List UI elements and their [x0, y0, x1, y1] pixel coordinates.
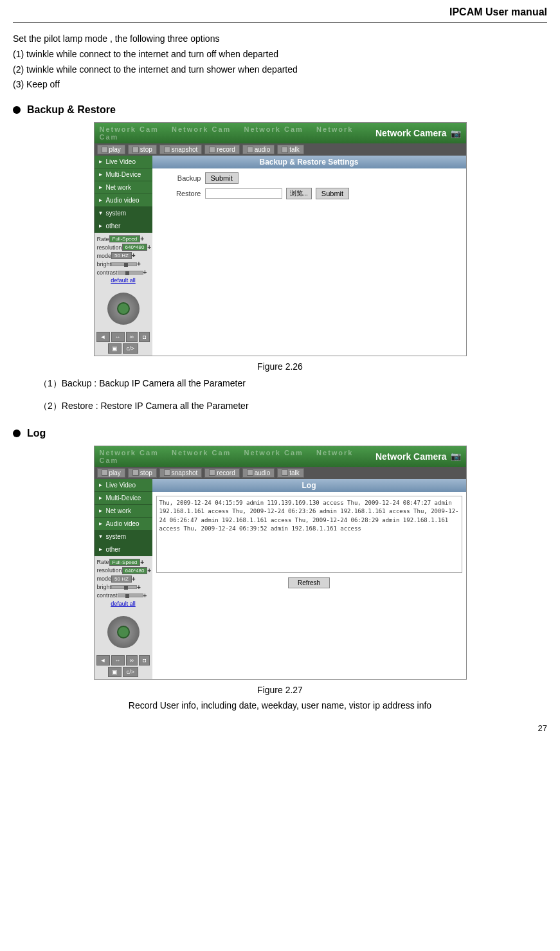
ptz-control-1[interactable]: [107, 293, 140, 325]
ptz-control-2[interactable]: [107, 616, 140, 648]
intro-line2: (2) twinkle while connect to the interne…: [13, 62, 547, 78]
ctrl-contrast-row-1: contrast +: [97, 269, 150, 276]
backup-submit-btn[interactable]: Submit: [205, 172, 239, 184]
contrast-slider-1[interactable]: [118, 271, 143, 275]
mode-label-2: mode: [97, 575, 112, 582]
default-all-link-2[interactable]: default all: [97, 601, 150, 607]
bright-slider-2[interactable]: [111, 585, 137, 589]
mode-val-2: 50 HZ: [111, 575, 132, 583]
restore-browse-btn[interactable]: 浏览...: [286, 188, 312, 199]
stop-btn-2[interactable]: stop: [128, 468, 157, 478]
record-btn-1[interactable]: record: [204, 145, 239, 154]
sidebar-item-audiovideo-1[interactable]: ► Audio video: [95, 194, 152, 207]
arrow-icon: ►: [98, 521, 104, 527]
cam-main-1: Backup & Restore Settings Backup Submit …: [152, 156, 466, 356]
contrast-slider-2[interactable]: [118, 593, 143, 597]
ptz-inner-1: [117, 302, 130, 315]
sidebar-item-system-2[interactable]: ▼ system: [95, 530, 152, 543]
sidebar-btn-rec-2[interactable]: ◘: [139, 655, 150, 666]
mode-plus-2[interactable]: +: [132, 575, 136, 583]
res-plus-2[interactable]: +: [147, 567, 151, 574]
record-btn-2[interactable]: record: [204, 468, 239, 478]
bright-plus-2[interactable]: +: [137, 584, 141, 591]
mode-plus-1[interactable]: +: [132, 252, 136, 259]
ctrl-bright-row-1: bright +: [97, 260, 150, 267]
intro-line0: Set the pilot lamp mode , the following …: [13, 32, 547, 47]
cam-body-2: ► Live Video ► Multi-Device ► Net work ►…: [95, 479, 466, 679]
audio-btn-1[interactable]: audio: [242, 145, 275, 154]
ptz-area-1: [95, 287, 152, 330]
res-plus-1[interactable]: +: [147, 244, 151, 251]
refresh-btn[interactable]: Refresh: [288, 577, 330, 588]
sidebar-item-system-1[interactable]: ▼ system: [95, 207, 152, 220]
sidebar-item-other-2[interactable]: ► other: [95, 543, 152, 556]
sidebar-btn-left-2[interactable]: ◄: [96, 655, 110, 666]
cam-main-2: Log Thu, 2009-12-24 04:15:59 admin 119.1…: [152, 479, 466, 679]
bright-label-1: bright: [97, 261, 112, 267]
sidebar-btn-left-1[interactable]: ◄: [96, 332, 110, 342]
talk-btn-2[interactable]: talk: [277, 468, 304, 478]
restore-submit-btn[interactable]: Submit: [316, 188, 349, 199]
ptz-area-2: [95, 611, 152, 653]
sidebar-item-network-1[interactable]: ► Net work: [95, 181, 152, 194]
snapshot-btn-1[interactable]: snapshot: [159, 145, 203, 154]
cam-sidebar-1: ► Live Video ► Multi-Device ► Net work ►…: [95, 156, 152, 356]
sidebar-item-audiovideo-2[interactable]: ► Audio video: [95, 518, 152, 530]
sidebar-item-other-1[interactable]: ► other: [95, 220, 152, 233]
rate-plus-2[interactable]: +: [140, 559, 144, 566]
bright-slider-1[interactable]: [111, 262, 137, 266]
sidebar-item-livevideo-1[interactable]: ► Live Video: [95, 156, 152, 168]
bright-label-2: bright: [97, 584, 112, 590]
default-all-link-1[interactable]: default all: [97, 277, 150, 284]
contrast-plus-2[interactable]: +: [143, 592, 147, 599]
bright-plus-1[interactable]: +: [137, 260, 141, 267]
sidebar-item-multidevice-1[interactable]: ► Multi-Device: [95, 168, 152, 181]
backup-label: Backup: [156, 174, 201, 182]
bullet-icon-2: [13, 430, 21, 437]
contrast-plus-1[interactable]: +: [143, 269, 147, 276]
ctrl-contrast-row-2: contrast +: [97, 592, 150, 599]
arrow-icon: ▼: [98, 210, 104, 216]
sidebar-btn-code-2[interactable]: c/>: [123, 667, 138, 677]
sidebar-btn-snap-1[interactable]: ▣: [108, 343, 122, 354]
arrow-icon: ►: [98, 223, 104, 229]
res-label-2: resolution: [97, 567, 122, 574]
sidebar-btn-code-1[interactable]: c/>: [123, 343, 138, 354]
sidebar-item-livevideo-2[interactable]: ► Live Video: [95, 479, 152, 492]
backup-restore-section: Backup & Restore Network Cam Network Cam…: [13, 104, 547, 414]
cam-panel-body-1: Backup Submit Restore 浏览... Submit: [152, 168, 466, 207]
sidebar-btn-rec-1[interactable]: ◘: [139, 332, 150, 342]
sub-text-1b: （2）Restore : Restore IP Camera all the P…: [39, 398, 547, 414]
arrow-icon: ►: [98, 197, 104, 203]
sidebar-item-network-2[interactable]: ► Net work: [95, 505, 152, 518]
stop-btn-1[interactable]: stop: [128, 145, 157, 154]
play-btn-1[interactable]: play: [97, 145, 125, 154]
snapshot-btn-2[interactable]: snapshot: [159, 468, 203, 478]
bullet-icon: [13, 106, 21, 114]
play-btn-2[interactable]: play: [97, 468, 125, 478]
restore-input[interactable]: [205, 188, 282, 199]
arrow-icon: ►: [98, 159, 104, 165]
audio-btn-2[interactable]: audio: [242, 468, 275, 478]
talk-btn-1[interactable]: talk: [277, 145, 304, 154]
sidebar-btn-swap-2[interactable]: ↔: [111, 655, 125, 666]
sidebar-btn-swap-1[interactable]: ↔: [111, 332, 125, 342]
sidebar-btn-snap-2[interactable]: ▣: [108, 667, 122, 677]
cam-controls-2: Rate Full-Speed + resolution 640*480 + m…: [95, 556, 152, 611]
rate-val-1: Full-Speed: [109, 235, 141, 242]
sidebar-item-multidevice-2[interactable]: ► Multi-Device: [95, 492, 152, 505]
sidebar-btn-inf-2[interactable]: ∞: [126, 655, 138, 666]
rate-plus-1[interactable]: +: [140, 235, 144, 242]
restore-row: Restore 浏览... Submit: [156, 188, 462, 199]
log-refresh-row: Refresh: [156, 575, 462, 590]
res-val-2: 640*480: [122, 567, 148, 574]
res-label-1: resolution: [97, 244, 122, 251]
figure-caption-2: Figure 2.27: [13, 685, 547, 695]
sidebar-btn-inf-1[interactable]: ∞: [126, 332, 138, 342]
bottom-note: Record User info, including date, weekda…: [13, 700, 547, 711]
intro-line1: (1) twinkle while connect to the interne…: [13, 47, 547, 62]
cam-sidebar-2: ► Live Video ► Multi-Device ► Net work ►…: [95, 479, 152, 679]
page-number: 27: [13, 723, 547, 733]
ctrl-res-row-1: resolution 640*480 +: [97, 244, 150, 251]
cam-header-2: Network Cam Network Cam Network Cam Netw…: [95, 446, 466, 467]
